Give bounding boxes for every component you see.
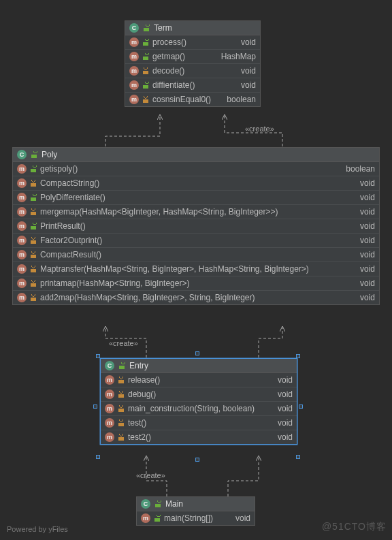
method-icon xyxy=(129,95,139,104)
member-type: void xyxy=(234,80,256,90)
open-lock-icon xyxy=(30,223,37,229)
class-title: Entry xyxy=(129,361,148,370)
method-icon xyxy=(141,513,150,523)
lock-icon xyxy=(30,266,37,272)
open-lock-icon xyxy=(142,39,149,46)
method-icon xyxy=(17,193,27,202)
open-lock-icon xyxy=(154,501,161,507)
resize-handle[interactable] xyxy=(93,404,97,409)
member-name: PrintResult() xyxy=(40,221,350,231)
member-type: void xyxy=(353,250,375,259)
class-icon xyxy=(129,23,139,33)
class-icon xyxy=(17,150,27,159)
member-row: release()void xyxy=(101,373,297,387)
open-lock-icon xyxy=(30,194,37,201)
member-row: decode()void xyxy=(125,64,260,78)
member-row: debug()void xyxy=(101,387,297,402)
member-name: printamap(HashMap<String, BigInteger>) xyxy=(40,279,350,288)
method-icon xyxy=(105,418,114,428)
member-row: add2map(HashMap<String, BigInteger>, Str… xyxy=(13,291,379,304)
class-poly[interactable]: Poly getispoly()boolean CompactString()v… xyxy=(12,147,380,305)
member-row: test2()void xyxy=(101,430,297,444)
class-main[interactable]: Main main(String[])void xyxy=(136,496,255,526)
member-name: getispoly() xyxy=(40,164,336,174)
lock-icon xyxy=(142,96,149,103)
member-row: Maptransfer(HashMap<String, BigInteger>,… xyxy=(13,262,379,276)
member-row: printamap(HashMap<String, BigInteger>)vo… xyxy=(13,276,379,291)
member-type: void xyxy=(353,236,375,245)
class-header: Term xyxy=(125,21,260,35)
open-lock-icon xyxy=(143,25,150,31)
member-name: Maptransfer(HashMap<String, BigInteger>,… xyxy=(40,264,350,274)
member-name: cosnsinEqual0() xyxy=(152,95,216,104)
method-icon xyxy=(129,66,139,76)
method-icon xyxy=(17,279,27,288)
lock-icon xyxy=(118,405,125,412)
method-icon xyxy=(17,293,27,302)
method-icon xyxy=(17,164,27,174)
lock-icon xyxy=(118,391,125,398)
member-name: release() xyxy=(128,375,267,385)
class-header: Poly xyxy=(13,148,379,162)
class-title: Main xyxy=(165,499,183,509)
member-name: mergemap(HashMap<BigInteger, HashMap<Str… xyxy=(40,207,350,217)
method-icon xyxy=(129,37,139,47)
lock-icon xyxy=(142,67,149,74)
member-row: PrintResult()void xyxy=(13,219,379,234)
resize-handle[interactable] xyxy=(299,404,303,409)
resize-handle[interactable] xyxy=(96,455,100,459)
member-name: process() xyxy=(152,37,231,47)
resize-handle[interactable] xyxy=(195,351,199,355)
class-title: Poly xyxy=(42,150,57,159)
lock-icon xyxy=(30,294,37,301)
lock-icon xyxy=(30,208,37,215)
resize-handle[interactable] xyxy=(296,354,300,358)
open-lock-icon xyxy=(142,53,149,60)
class-entry[interactable]: Entry release()void debug()void main_con… xyxy=(100,358,297,445)
class-icon xyxy=(141,499,150,509)
member-type: void xyxy=(353,178,375,188)
member-type: void xyxy=(353,293,375,302)
member-name: test() xyxy=(128,418,267,428)
open-lock-icon xyxy=(154,515,161,522)
member-row: diffientiate()void xyxy=(125,78,260,93)
method-icon xyxy=(105,375,114,385)
lock-icon xyxy=(30,280,37,287)
method-icon xyxy=(17,264,27,274)
powered-by-label: Powered by yFiles xyxy=(7,525,68,533)
class-title: Term xyxy=(154,23,172,33)
resize-handle[interactable] xyxy=(296,455,300,459)
method-icon xyxy=(17,207,27,217)
method-icon xyxy=(129,52,139,61)
class-header: Entry xyxy=(101,359,297,373)
member-type: void xyxy=(271,418,293,428)
member-type: HashMap xyxy=(214,52,256,61)
method-icon xyxy=(129,80,139,90)
class-term[interactable]: Term process()void getmap()HashMap decod… xyxy=(125,20,261,107)
lock-icon xyxy=(118,419,125,426)
open-lock-icon xyxy=(30,165,37,172)
open-lock-icon xyxy=(142,82,149,89)
member-name: decode() xyxy=(152,66,231,76)
member-name: main_construction(String, boolean) xyxy=(128,404,267,413)
resize-handle[interactable] xyxy=(96,354,100,358)
member-row: Factor2Outprint()void xyxy=(13,234,379,248)
method-icon xyxy=(105,390,114,399)
member-row: process()void xyxy=(125,35,260,50)
lock-icon xyxy=(118,434,125,441)
member-row: CompactString()void xyxy=(13,176,379,191)
member-type: void xyxy=(353,279,375,288)
member-type: void xyxy=(353,207,375,217)
create-label: «create» xyxy=(245,125,274,133)
open-lock-icon xyxy=(31,151,37,158)
member-type: void xyxy=(353,193,375,202)
method-icon xyxy=(17,221,27,231)
class-header: Main xyxy=(137,497,255,511)
create-label: «create» xyxy=(109,339,138,347)
method-icon xyxy=(17,178,27,188)
resize-handle[interactable] xyxy=(195,458,199,462)
watermark-label: @51CTO博客 xyxy=(322,521,387,533)
member-name: diffientiate() xyxy=(152,80,231,90)
class-icon xyxy=(105,361,114,370)
lock-icon xyxy=(30,237,37,244)
